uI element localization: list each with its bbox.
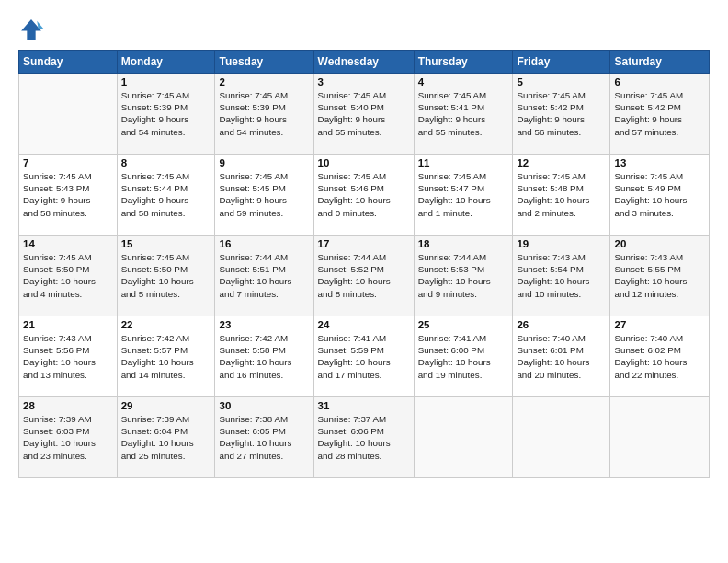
calendar-cell: 29Sunrise: 7:39 AMSunset: 6:04 PMDayligh… bbox=[117, 397, 215, 478]
day-info: Sunrise: 7:45 AMSunset: 5:40 PMDaylight:… bbox=[318, 89, 410, 138]
calendar-cell: 16Sunrise: 7:44 AMSunset: 5:51 PMDayligh… bbox=[215, 236, 313, 316]
day-number: 1 bbox=[121, 76, 211, 87]
calendar-cell: 7Sunrise: 7:45 AMSunset: 5:43 PMDaylight… bbox=[19, 155, 118, 236]
calendar-cell: 8Sunrise: 7:45 AMSunset: 5:44 PMDaylight… bbox=[117, 155, 215, 236]
calendar-body: 1Sunrise: 7:45 AMSunset: 5:39 PMDaylight… bbox=[19, 74, 710, 478]
calendar-header: SundayMondayTuesdayWednesdayThursdayFrid… bbox=[19, 51, 710, 74]
day-info: Sunrise: 7:41 AMSunset: 5:59 PMDaylight:… bbox=[318, 332, 410, 381]
day-info: Sunrise: 7:45 AMSunset: 5:43 PMDaylight:… bbox=[23, 170, 113, 219]
day-number: 21 bbox=[23, 319, 113, 330]
day-number: 31 bbox=[318, 400, 410, 411]
calendar-cell bbox=[610, 397, 710, 478]
day-info: Sunrise: 7:45 AMSunset: 5:39 PMDaylight:… bbox=[219, 89, 309, 138]
logo-icon bbox=[18, 17, 44, 42]
calendar-cell: 13Sunrise: 7:45 AMSunset: 5:49 PMDayligh… bbox=[610, 155, 710, 236]
week-row-2: 7Sunrise: 7:45 AMSunset: 5:43 PMDaylight… bbox=[19, 155, 710, 236]
day-number: 28 bbox=[23, 400, 113, 411]
day-info: Sunrise: 7:45 AMSunset: 5:42 PMDaylight:… bbox=[614, 89, 705, 138]
day-header-tuesday: Tuesday bbox=[215, 51, 313, 74]
day-number: 15 bbox=[121, 238, 211, 249]
calendar-cell: 21Sunrise: 7:43 AMSunset: 5:56 PMDayligh… bbox=[19, 316, 118, 397]
calendar-cell: 22Sunrise: 7:42 AMSunset: 5:57 PMDayligh… bbox=[117, 316, 215, 397]
calendar-cell bbox=[513, 397, 610, 478]
day-number: 16 bbox=[219, 238, 309, 249]
calendar-cell: 28Sunrise: 7:39 AMSunset: 6:03 PMDayligh… bbox=[19, 397, 118, 478]
calendar-cell: 14Sunrise: 7:45 AMSunset: 5:50 PMDayligh… bbox=[19, 236, 118, 316]
day-number: 26 bbox=[517, 319, 606, 330]
day-info: Sunrise: 7:45 AMSunset: 5:41 PMDaylight:… bbox=[418, 89, 509, 138]
day-info: Sunrise: 7:39 AMSunset: 6:03 PMDaylight:… bbox=[23, 413, 113, 462]
day-header-sunday: Sunday bbox=[19, 51, 118, 74]
page: SundayMondayTuesdayWednesdayThursdayFrid… bbox=[0, 0, 728, 563]
day-info: Sunrise: 7:45 AMSunset: 5:46 PMDaylight:… bbox=[318, 170, 410, 219]
calendar-cell: 11Sunrise: 7:45 AMSunset: 5:47 PMDayligh… bbox=[414, 155, 513, 236]
day-info: Sunrise: 7:40 AMSunset: 6:01 PMDaylight:… bbox=[517, 332, 606, 381]
day-header-wednesday: Wednesday bbox=[313, 51, 414, 74]
day-number: 11 bbox=[418, 157, 509, 168]
day-number: 30 bbox=[219, 400, 309, 411]
calendar-cell: 20Sunrise: 7:43 AMSunset: 5:55 PMDayligh… bbox=[610, 236, 710, 316]
day-header-friday: Friday bbox=[513, 51, 610, 74]
day-info: Sunrise: 7:37 AMSunset: 6:06 PMDaylight:… bbox=[318, 413, 410, 462]
day-info: Sunrise: 7:45 AMSunset: 5:49 PMDaylight:… bbox=[614, 170, 705, 219]
calendar-table: SundayMondayTuesdayWednesdayThursdayFrid… bbox=[18, 50, 710, 478]
calendar-cell: 15Sunrise: 7:45 AMSunset: 5:50 PMDayligh… bbox=[117, 236, 215, 316]
calendar-cell: 10Sunrise: 7:45 AMSunset: 5:46 PMDayligh… bbox=[313, 155, 414, 236]
day-info: Sunrise: 7:44 AMSunset: 5:51 PMDaylight:… bbox=[219, 251, 309, 300]
day-info: Sunrise: 7:45 AMSunset: 5:47 PMDaylight:… bbox=[418, 170, 509, 219]
calendar-cell bbox=[414, 397, 513, 478]
calendar-cell: 31Sunrise: 7:37 AMSunset: 6:06 PMDayligh… bbox=[313, 397, 414, 478]
calendar-cell: 27Sunrise: 7:40 AMSunset: 6:02 PMDayligh… bbox=[610, 316, 710, 397]
calendar-cell: 26Sunrise: 7:40 AMSunset: 6:01 PMDayligh… bbox=[513, 316, 610, 397]
calendar-cell: 23Sunrise: 7:42 AMSunset: 5:58 PMDayligh… bbox=[215, 316, 313, 397]
week-row-1: 1Sunrise: 7:45 AMSunset: 5:39 PMDaylight… bbox=[19, 74, 710, 155]
day-header-saturday: Saturday bbox=[610, 51, 710, 74]
calendar-cell: 25Sunrise: 7:41 AMSunset: 6:00 PMDayligh… bbox=[414, 316, 513, 397]
day-number: 13 bbox=[614, 157, 705, 168]
calendar-cell: 6Sunrise: 7:45 AMSunset: 5:42 PMDaylight… bbox=[610, 74, 710, 155]
day-number: 14 bbox=[23, 238, 113, 249]
day-header-monday: Monday bbox=[117, 51, 215, 74]
calendar-cell: 17Sunrise: 7:44 AMSunset: 5:52 PMDayligh… bbox=[313, 236, 414, 316]
day-info: Sunrise: 7:44 AMSunset: 5:52 PMDaylight:… bbox=[318, 251, 410, 300]
day-info: Sunrise: 7:39 AMSunset: 6:04 PMDaylight:… bbox=[121, 413, 211, 462]
day-info: Sunrise: 7:45 AMSunset: 5:39 PMDaylight:… bbox=[121, 89, 211, 138]
week-row-3: 14Sunrise: 7:45 AMSunset: 5:50 PMDayligh… bbox=[19, 236, 710, 316]
day-info: Sunrise: 7:45 AMSunset: 5:50 PMDaylight:… bbox=[23, 251, 113, 300]
header bbox=[18, 17, 710, 42]
calendar-cell: 19Sunrise: 7:43 AMSunset: 5:54 PMDayligh… bbox=[513, 236, 610, 316]
calendar-cell: 9Sunrise: 7:45 AMSunset: 5:45 PMDaylight… bbox=[215, 155, 313, 236]
day-header-thursday: Thursday bbox=[414, 51, 513, 74]
logo bbox=[18, 17, 48, 42]
calendar-cell: 18Sunrise: 7:44 AMSunset: 5:53 PMDayligh… bbox=[414, 236, 513, 316]
day-number: 4 bbox=[418, 76, 509, 87]
day-info: Sunrise: 7:40 AMSunset: 6:02 PMDaylight:… bbox=[614, 332, 705, 381]
calendar-cell: 30Sunrise: 7:38 AMSunset: 6:05 PMDayligh… bbox=[215, 397, 313, 478]
day-number: 3 bbox=[318, 76, 410, 87]
day-number: 23 bbox=[219, 319, 309, 330]
calendar-cell: 3Sunrise: 7:45 AMSunset: 5:40 PMDaylight… bbox=[313, 74, 414, 155]
day-number: 2 bbox=[219, 76, 309, 87]
day-number: 27 bbox=[614, 319, 705, 330]
day-number: 7 bbox=[23, 157, 113, 168]
day-number: 24 bbox=[318, 319, 410, 330]
week-row-4: 21Sunrise: 7:43 AMSunset: 5:56 PMDayligh… bbox=[19, 316, 710, 397]
day-number: 10 bbox=[318, 157, 410, 168]
day-info: Sunrise: 7:43 AMSunset: 5:55 PMDaylight:… bbox=[614, 251, 705, 300]
day-info: Sunrise: 7:45 AMSunset: 5:44 PMDaylight:… bbox=[121, 170, 211, 219]
day-info: Sunrise: 7:43 AMSunset: 5:54 PMDaylight:… bbox=[517, 251, 606, 300]
calendar-cell: 1Sunrise: 7:45 AMSunset: 5:39 PMDaylight… bbox=[117, 74, 215, 155]
day-info: Sunrise: 7:45 AMSunset: 5:50 PMDaylight:… bbox=[121, 251, 211, 300]
day-number: 5 bbox=[517, 76, 606, 87]
calendar-cell: 5Sunrise: 7:45 AMSunset: 5:42 PMDaylight… bbox=[513, 74, 610, 155]
day-info: Sunrise: 7:38 AMSunset: 6:05 PMDaylight:… bbox=[219, 413, 309, 462]
calendar-cell: 12Sunrise: 7:45 AMSunset: 5:48 PMDayligh… bbox=[513, 155, 610, 236]
calendar-cell bbox=[19, 74, 118, 155]
day-info: Sunrise: 7:42 AMSunset: 5:57 PMDaylight:… bbox=[121, 332, 211, 381]
day-number: 20 bbox=[614, 238, 705, 249]
calendar-cell: 24Sunrise: 7:41 AMSunset: 5:59 PMDayligh… bbox=[313, 316, 414, 397]
day-number: 18 bbox=[418, 238, 509, 249]
day-number: 8 bbox=[121, 157, 211, 168]
day-number: 22 bbox=[121, 319, 211, 330]
day-number: 29 bbox=[121, 400, 211, 411]
